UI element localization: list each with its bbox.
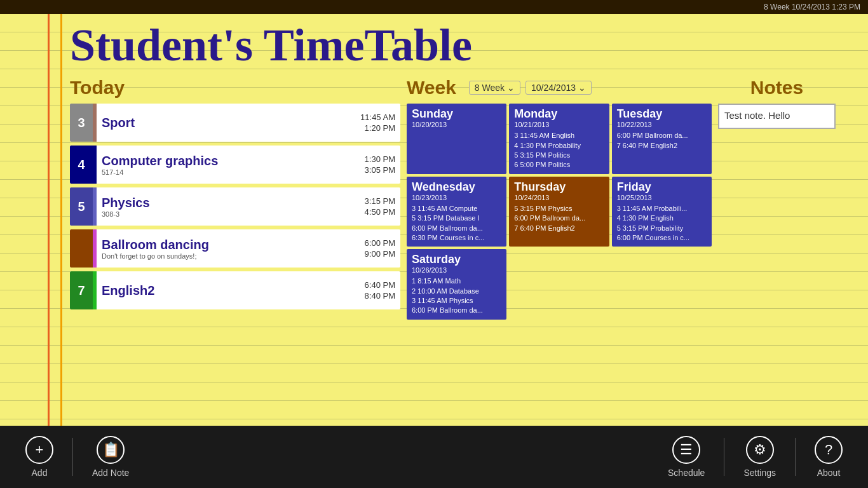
sections-row: Today 3Sport11:45 AM1:20 PM4Computer gra…: [70, 77, 868, 401]
notes-items: Test note. Hello: [718, 104, 836, 129]
week-event: 4 1:30 PM Probability: [514, 141, 604, 151]
today-item-times: 3:15 PM4:50 PM: [360, 187, 400, 226]
bottom-bar: + Add 📋 Add Note ☰ Schedule ⚙ Settings ?…: [0, 426, 868, 488]
today-item-number: 7: [70, 271, 93, 309]
add-button[interactable]: + Add: [13, 436, 66, 478]
today-item-start: 1:30 PM: [365, 154, 395, 164]
today-item[interactable]: 5Physics308-33:15 PM4:50 PM: [70, 187, 400, 226]
week-event: 7 6:40 PM English2: [514, 224, 604, 233]
week-day-name: Friday: [617, 180, 707, 194]
today-item-sub: 308-3: [102, 210, 355, 218]
schedule-label: Schedule: [668, 468, 705, 478]
week-heading: Week: [407, 77, 456, 98]
week-event: 2 10:00 AM Database: [412, 287, 501, 296]
today-item-end: 8:40 PM: [365, 291, 395, 301]
today-items: 3Sport11:45 AM1:20 PM4Computer graphics5…: [70, 104, 400, 309]
week-event: 5 3:15 PM Probability: [617, 224, 707, 233]
week-day-monday[interactable]: Monday10/21/20133 11:45 AM English4 1:30…: [509, 104, 609, 174]
today-item-name: Physics: [102, 196, 355, 210]
notes-section: Notes Test note. Hello: [718, 77, 836, 401]
today-item-name: English2: [102, 283, 355, 298]
about-label: About: [817, 468, 841, 478]
add-note-button[interactable]: 📋 Add Note: [79, 436, 142, 478]
week-event: 1 8:15 AM Math: [412, 276, 501, 286]
today-item-end: 3:05 PM: [365, 165, 395, 175]
today-item-times: 6:00 PM9:00 PM: [360, 229, 400, 268]
settings-icon: ⚙: [746, 436, 774, 464]
today-heading: Today: [70, 77, 400, 98]
week-day-name: Thursday: [514, 180, 604, 194]
week-event: 6:00 PM Courses in c...: [617, 233, 707, 243]
today-item-info: Physics308-3: [97, 187, 360, 226]
top-bar: 8 Week 10/24/2013 1:23 PM: [0, 0, 868, 14]
today-item-start: 11:45 AM: [360, 112, 395, 122]
week-day-tuesday[interactable]: Tuesday10/22/20136:00 PM Ballroom da...7…: [612, 104, 712, 174]
today-item-number: [70, 229, 93, 268]
divider-2: [724, 438, 724, 476]
week-event: 6:00 PM Ballroom da...: [412, 224, 501, 233]
today-item-info: Computer graphics517-14: [97, 146, 360, 184]
add-note-label: Add Note: [92, 468, 129, 478]
today-item-end: 1:20 PM: [360, 123, 395, 133]
today-item-sub: 517-14: [102, 168, 355, 176]
week-event: 3 11:45 AM Compute: [412, 204, 501, 214]
today-item-start: 6:00 PM: [365, 238, 395, 248]
week-event: 5 3:15 PM Physics: [514, 204, 604, 214]
week-day-date: 10/20/2013: [412, 121, 501, 128]
today-item-number: 4: [70, 146, 93, 184]
week-day-name: Wednesday: [412, 180, 501, 194]
today-item[interactable]: Ballroom dancingDon't forget to go on su…: [70, 229, 400, 268]
week-day-date: 10/22/2013: [617, 121, 707, 128]
app-title: Student's TimeTable: [70, 14, 868, 71]
about-icon: ?: [815, 436, 843, 464]
about-button[interactable]: ? About: [802, 436, 855, 478]
today-item-start: 6:40 PM: [365, 280, 395, 290]
today-section: Today 3Sport11:45 AM1:20 PM4Computer gra…: [70, 77, 400, 401]
week-event: 5 3:15 PM Politics: [514, 151, 604, 160]
week-selector[interactable]: 8 Week ⌄: [469, 81, 520, 95]
week-day-sunday[interactable]: Sunday10/20/2013: [407, 104, 506, 174]
week-day-saturday[interactable]: Saturday10/26/20131 8:15 AM Math2 10:00 …: [407, 249, 506, 320]
week-day-friday[interactable]: Friday10/25/20133 11:45 AM Probabili...4…: [612, 177, 712, 247]
settings-button[interactable]: ⚙ Settings: [731, 436, 789, 478]
week-day-name: Monday: [514, 107, 604, 121]
week-day-thursday[interactable]: Thursday10/24/20135 3:15 PM Physics6:00 …: [509, 177, 609, 247]
date-selector[interactable]: 10/24/2013 ⌄: [526, 81, 592, 95]
note-card[interactable]: Test note. Hello: [718, 104, 836, 129]
week-day-date: 10/23/2013: [412, 194, 501, 201]
today-item-start: 3:15 PM: [365, 196, 395, 206]
week-event: 6:00 PM Ballroom da...: [617, 131, 707, 140]
notes-heading: Notes: [718, 77, 836, 98]
today-item-name: Computer graphics: [102, 154, 355, 168]
week-event: 6 5:00 PM Politics: [514, 160, 604, 170]
today-item-info: English2: [97, 271, 360, 309]
week-section: Week 8 Week ⌄ 10/24/2013 ⌄ Sunday10/20/2…: [407, 77, 712, 401]
week-event: 5 3:15 PM Database I: [412, 214, 501, 223]
week-event: 6:00 PM Ballroom da...: [514, 214, 604, 223]
today-item-name: Sport: [102, 116, 350, 130]
today-item-times: 11:45 AM1:20 PM: [355, 104, 400, 142]
week-event: 7 6:40 PM English2: [617, 141, 707, 151]
week-day-date: 10/21/2013: [514, 121, 604, 128]
week-day-name: Tuesday: [617, 107, 707, 121]
week-event: 4 1:30 PM English: [617, 214, 707, 223]
today-item[interactable]: 7English26:40 PM8:40 PM: [70, 271, 400, 309]
today-item[interactable]: 3Sport11:45 AM1:20 PM: [70, 104, 400, 142]
add-icon: +: [25, 436, 53, 464]
add-label: Add: [32, 468, 48, 478]
today-item-info: Ballroom dancingDon't forget to go on su…: [97, 229, 360, 268]
divider-3: [795, 438, 796, 476]
schedule-button[interactable]: ☰ Schedule: [655, 436, 717, 478]
today-item-times: 6:40 PM8:40 PM: [360, 271, 400, 309]
week-day-date: 10/25/2013: [617, 194, 707, 201]
week-day-name: Saturday: [412, 253, 501, 266]
week-day-wednesday[interactable]: Wednesday10/23/20133 11:45 AM Compute5 3…: [407, 177, 506, 247]
today-item-end: 9:00 PM: [365, 249, 395, 259]
today-item[interactable]: 4Computer graphics517-141:30 PM3:05 PM: [70, 146, 400, 184]
main-area: Student's TimeTable Today 3Sport11:45 AM…: [0, 14, 868, 426]
today-item-number: 3: [70, 104, 93, 142]
today-item-number: 5: [70, 187, 93, 226]
week-grid: Sunday10/20/2013Monday10/21/20133 11:45 …: [407, 104, 712, 320]
today-item-end: 4:50 PM: [365, 207, 395, 217]
bottom-right-buttons: ☰ Schedule ⚙ Settings ? About: [655, 436, 855, 478]
